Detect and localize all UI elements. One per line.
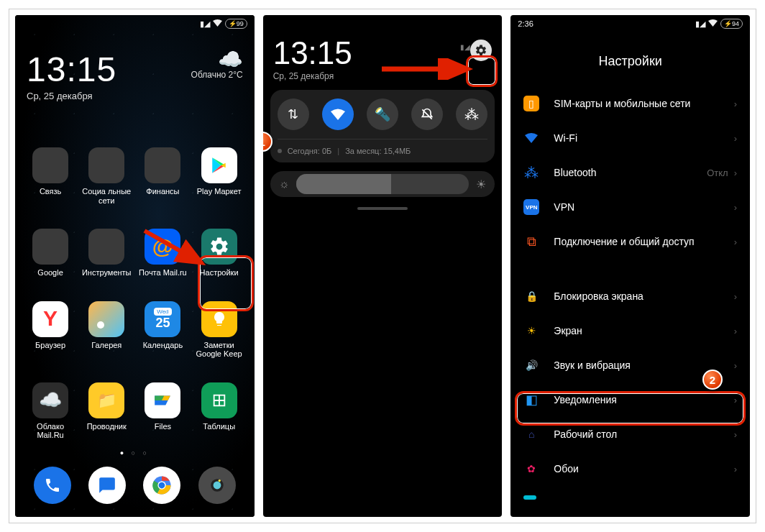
row-wifi[interactable]: Wi-Fi › xyxy=(510,121,750,155)
screenshot-frame: ▮◢ ⚡99 13:15 Ср, 25 декабря ☁️ Облачно 2… xyxy=(9,9,756,523)
row-lockscreen[interactable]: 🔒 Блокировка экрана › xyxy=(510,279,750,313)
notification-icon: ◧ xyxy=(523,392,539,408)
chevron-right-icon: › xyxy=(734,429,737,440)
folder-social[interactable]: Социа льные сети xyxy=(81,147,132,214)
camera-icon xyxy=(208,476,226,495)
app-label: Google xyxy=(37,268,63,278)
row-suffix: Откл xyxy=(707,168,728,178)
chevron-right-icon: › xyxy=(734,202,737,213)
signal-icon: ▮◢ xyxy=(695,19,705,29)
weather-cloud-icon: ☁️ xyxy=(191,50,243,70)
app-label: Play Маркет xyxy=(197,187,242,196)
dock-chrome[interactable] xyxy=(143,467,180,504)
data-usage-row[interactable]: Сегодня: 0Б | За месяц: 15,4МБ xyxy=(278,139,488,155)
status-bar xyxy=(263,15,503,32)
row-cut[interactable] xyxy=(510,486,750,500)
vpn-icon: VPN xyxy=(523,199,539,215)
app-grid: Связь Социа льные сети Финансы Play Марк… xyxy=(15,147,255,449)
app-label: Таблицы xyxy=(203,422,235,431)
shade-drag-handle[interactable] xyxy=(357,207,408,210)
app-label: Браузер xyxy=(35,341,65,350)
qs-flashlight[interactable]: 🔦 xyxy=(367,98,398,130)
app-gallery[interactable]: Галерея xyxy=(81,301,132,368)
row-wallpaper[interactable]: ✿ Обои › xyxy=(510,451,750,486)
data-arrows-icon: ⇅ xyxy=(288,106,298,122)
folder-comms[interactable]: Связь xyxy=(25,147,75,214)
app-file-explorer[interactable]: 📁 Проводник xyxy=(81,382,132,449)
app-mailru-cloud[interactable]: ☁️ Облако Mail.Ru xyxy=(25,382,75,449)
row-homescreen[interactable]: ⌂ Рабочий стол › xyxy=(510,417,750,451)
chevron-right-icon: › xyxy=(734,237,737,247)
weather-widget[interactable]: ☁️ Облачно 2°C xyxy=(191,50,243,80)
speaker-icon: 🔊 xyxy=(523,357,539,373)
app-label: Социа льные сети xyxy=(81,187,132,205)
folder-finance[interactable]: Финансы xyxy=(137,147,188,214)
app-calendar[interactable]: Wed25 Календарь xyxy=(137,301,188,368)
dock-camera[interactable] xyxy=(198,467,236,504)
chevron-right-icon: › xyxy=(734,98,737,109)
row-tethering[interactable]: ⧉ Подключение и общий доступ › xyxy=(510,224,750,259)
marker-2: 2 xyxy=(702,370,723,390)
weather-label: Облачно xyxy=(191,70,226,80)
signal-icon: ▮◢ xyxy=(200,19,210,29)
dnd-icon xyxy=(420,107,434,121)
quick-settings-panel: ⇅ 🔦 ⁂ Сегодня: 0Б | За месяц: 15,4МБ xyxy=(270,90,495,162)
phone-icon xyxy=(44,477,61,494)
svg-point-10 xyxy=(218,480,220,482)
row-sim[interactable]: ▯ SIM-карты и мобильные сети › xyxy=(510,86,750,121)
messages-icon xyxy=(98,476,116,495)
app-label: Финансы xyxy=(146,187,179,196)
app-label: Files xyxy=(155,422,171,431)
app-label: Настройки xyxy=(200,268,239,278)
svg-point-9 xyxy=(213,482,221,490)
app-label: Календарь xyxy=(143,341,183,350)
app-files[interactable]: Files xyxy=(137,382,188,449)
app-keep[interactable]: Заметки Google Keep xyxy=(194,301,244,368)
data-month: За месяц: 15,4МБ xyxy=(345,147,411,155)
chevron-right-icon: › xyxy=(734,395,737,405)
phone-shade: 13:15 Ср, 25 декабря ▮◢ ⇅ 🔦 ⁂ xyxy=(263,15,503,517)
qs-wifi[interactable] xyxy=(322,98,354,130)
wifi-icon xyxy=(331,109,345,120)
app-label: Облако Mail.Ru xyxy=(25,422,75,440)
wifi-icon xyxy=(708,19,718,28)
brightness-slider[interactable]: ☼ ☀ xyxy=(270,171,495,197)
phone-home: ▮◢ ⚡99 13:15 Ср, 25 декабря ☁️ Облачно 2… xyxy=(15,15,255,517)
row-display[interactable]: ☀ Экран › xyxy=(510,313,750,348)
app-sheets[interactable]: Таблицы xyxy=(194,382,244,449)
app-play-store[interactable]: Play Маркет xyxy=(194,147,244,214)
folder-google[interactable]: Google xyxy=(25,229,75,287)
qs-dnd[interactable] xyxy=(411,98,443,130)
flower-icon: ✿ xyxy=(523,461,539,477)
row-bluetooth[interactable]: ⁂ Bluetooth Откл › xyxy=(510,155,750,190)
qs-bluetooth[interactable]: ⁂ xyxy=(456,98,487,130)
bluetooth-icon: ⁂ xyxy=(464,106,479,123)
home-icon: ⌂ xyxy=(523,426,539,442)
app-browser[interactable]: Y Браузер xyxy=(25,301,75,368)
chevron-right-icon: › xyxy=(734,360,737,371)
signal-icon: ▮◢ xyxy=(460,42,470,52)
chrome-icon xyxy=(151,474,173,496)
wifi-icon xyxy=(213,19,222,28)
clock-widget[interactable]: 13:15 Ср, 25 декабря ☁️ Облачно 2°C xyxy=(15,32,255,104)
app-mailru[interactable]: @ Почта Mail.ru xyxy=(137,229,188,287)
row-vpn[interactable]: VPN VPN › xyxy=(510,190,750,224)
app-label: Инструменты xyxy=(82,268,132,278)
shade-settings-button[interactable] xyxy=(470,40,492,61)
dock-messages[interactable] xyxy=(88,467,126,504)
app-label: Галерея xyxy=(91,341,122,350)
sun-icon: ☀ xyxy=(523,323,539,339)
share-icon: ⧉ xyxy=(523,234,539,249)
shade-time: 13:15 xyxy=(273,35,461,71)
qs-mobile-data[interactable]: ⇅ xyxy=(278,98,309,130)
settings-list[interactable]: ▯ SIM-карты и мобильные сети › Wi-Fi › ⁂… xyxy=(510,86,750,500)
app-label: Проводник xyxy=(87,422,127,431)
dot-icon xyxy=(278,149,282,153)
dock-phone[interactable] xyxy=(34,467,71,504)
page-indicator: ● ○ ○ xyxy=(15,449,255,459)
app-settings[interactable]: Настройки xyxy=(194,229,244,287)
chevron-right-icon: › xyxy=(734,133,737,144)
battery-indicator: ⚡99 xyxy=(225,19,247,29)
clock-date: Ср, 25 декабря xyxy=(27,91,191,101)
folder-tools[interactable]: Инструменты xyxy=(81,229,132,287)
